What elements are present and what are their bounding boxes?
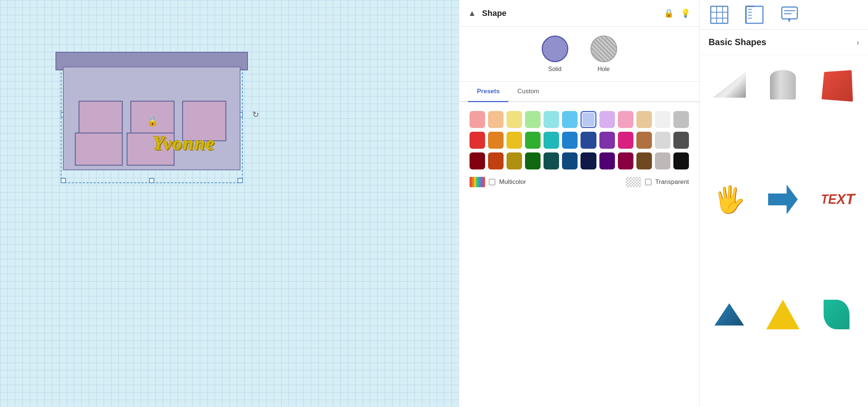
extras-row: Multicolor Transparent — [470, 177, 689, 187]
shapes-grid: 🖐️ TEXT — [700, 55, 868, 407]
color-swatch-2-8[interactable] — [618, 152, 633, 169]
shape-pyramid-btn[interactable] — [757, 289, 809, 340]
color-swatch-2-4[interactable] — [544, 152, 559, 169]
color-swatch-1-4[interactable] — [544, 132, 559, 149]
canvas-object[interactable]: ↻ 🔒 Y — [55, 44, 248, 185]
building-3d[interactable]: ↻ 🔒 Y — [55, 44, 248, 185]
hole-type[interactable]: Hole — [591, 36, 617, 73]
grid-toolbar-btn[interactable] — [707, 3, 731, 27]
color-swatch-1-1[interactable] — [488, 132, 504, 149]
top-toolbar — [700, 0, 868, 30]
shapes-panel-title: Basic Shapes — [709, 37, 766, 47]
handle-bottom-left[interactable] — [61, 178, 66, 183]
color-swatch-2-6[interactable] — [581, 152, 596, 169]
transparent-checkbox[interactable] — [645, 179, 652, 185]
solid-circle — [542, 36, 568, 62]
pyramid-shape — [766, 300, 800, 329]
handle-bottom-middle[interactable] — [149, 178, 154, 183]
wedge-shape — [713, 72, 746, 98]
shape-diamond-btn[interactable] — [703, 289, 755, 340]
color-swatch-0-6[interactable] — [581, 111, 596, 128]
multicolor-checkbox[interactable] — [489, 179, 495, 185]
shape-header-icons: 🔒 💡 — [664, 9, 690, 18]
color-swatch-2-7[interactable] — [599, 152, 615, 169]
svg-rect-12 — [782, 7, 797, 19]
color-swatch-0-11[interactable] — [673, 111, 689, 128]
color-swatch-1-6[interactable] — [581, 132, 596, 149]
shape-cylinder-btn[interactable] — [757, 59, 809, 111]
rotate-handle[interactable]: ↻ — [252, 110, 259, 120]
tab-presets[interactable]: Presets — [468, 82, 508, 102]
color-swatch-1-7[interactable] — [599, 132, 615, 149]
color-swatch-1-9[interactable] — [636, 132, 652, 149]
shape-text-btn[interactable]: TEXT — [811, 174, 862, 225]
shape-header-title: Shape — [482, 9, 658, 18]
color-swatch-0-0[interactable] — [470, 111, 485, 128]
color-swatch-1-8[interactable] — [618, 132, 633, 149]
color-swatch-0-7[interactable] — [599, 111, 615, 128]
cylinder-shape — [770, 70, 796, 100]
color-swatch-1-3[interactable] — [525, 132, 541, 149]
svg-marker-15 — [768, 185, 798, 214]
shape-arrow-btn[interactable] — [757, 174, 809, 225]
color-swatch-0-3[interactable] — [525, 111, 541, 128]
color-swatch-1-0[interactable] — [470, 132, 485, 149]
transparent-item[interactable]: Transparent — [626, 177, 689, 187]
color-swatch-2-11[interactable] — [673, 152, 689, 169]
arrow-shape-svg — [768, 185, 798, 214]
solid-type[interactable]: Solid — [542, 36, 568, 73]
color-swatch-0-5[interactable] — [562, 111, 578, 128]
color-swatch-2-2[interactable] — [507, 152, 522, 169]
color-swatch-0-9[interactable] — [636, 111, 652, 128]
center-icon: 🔒 — [147, 115, 158, 127]
box-red-shape — [821, 70, 853, 102]
color-swatch-1-5[interactable] — [562, 132, 578, 149]
shape-panel: ▲ Shape 🔒 💡 Solid Hole Presets Custom M — [459, 0, 699, 407]
color-presets-area: Multicolor Transparent — [459, 102, 699, 407]
hole-circle — [591, 36, 617, 62]
svg-rect-0 — [711, 6, 728, 23]
solid-label: Solid — [548, 66, 562, 73]
color-swatch-2-0[interactable] — [470, 152, 485, 169]
shapes-sidebar: Basic Shapes › 🖐️ TEXT — [699, 0, 868, 407]
ruler-toolbar-btn[interactable] — [742, 3, 766, 27]
shape-wedge-btn[interactable] — [703, 59, 755, 111]
color-swatch-2-9[interactable] — [636, 152, 652, 169]
shape-teal-btn[interactable] — [811, 289, 862, 340]
color-swatch-0-8[interactable] — [618, 111, 633, 128]
color-swatch-1-11[interactable] — [673, 132, 689, 149]
shapes-panel-arrow[interactable]: › — [857, 38, 859, 47]
color-swatch-0-1[interactable] — [488, 111, 504, 128]
color-row-2 — [470, 152, 689, 169]
multicolor-item[interactable]: Multicolor — [470, 177, 526, 187]
color-swatch-1-2[interactable] — [507, 132, 522, 149]
ruler-icon — [745, 6, 764, 24]
color-swatch-0-2[interactable] — [507, 111, 522, 128]
hand-shape: 🖐️ — [713, 184, 746, 215]
color-swatch-2-3[interactable] — [525, 152, 541, 169]
chat-toolbar-btn[interactable] — [777, 3, 801, 27]
color-swatch-0-4[interactable] — [544, 111, 559, 128]
shapes-panel-header: Basic Shapes › — [700, 30, 868, 55]
lock-icon[interactable]: 🔒 — [664, 9, 674, 18]
shape-box-btn[interactable] — [811, 59, 862, 111]
color-swatch-0-10[interactable] — [655, 111, 670, 128]
color-swatch-1-10[interactable] — [655, 132, 670, 149]
color-swatch-2-5[interactable] — [562, 152, 578, 169]
teal-shape — [824, 300, 850, 329]
hole-label: Hole — [598, 66, 610, 73]
yvonne-label: Yvonne — [152, 132, 215, 154]
chat-icon — [780, 6, 799, 24]
color-swatch-2-1[interactable] — [488, 152, 504, 169]
bottom-panels: Yvonne — [75, 132, 175, 166]
shape-header-arrow[interactable]: ▲ — [468, 9, 476, 18]
multicolor-label: Multicolor — [499, 178, 526, 186]
color-grid — [470, 111, 689, 169]
color-row-1 — [470, 132, 689, 149]
tab-custom[interactable]: Custom — [508, 82, 548, 102]
color-swatch-2-10[interactable] — [655, 152, 670, 169]
transparent-label: Transparent — [655, 178, 689, 186]
shape-hand-btn[interactable]: 🖐️ — [703, 174, 755, 225]
bulb-icon[interactable]: 💡 — [680, 9, 690, 18]
handle-bottom-right[interactable] — [238, 178, 243, 183]
